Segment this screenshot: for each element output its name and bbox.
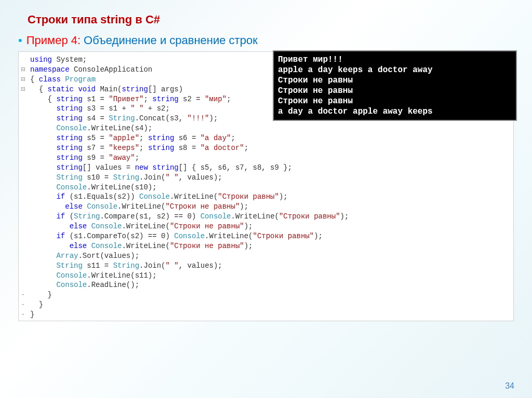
console-output: Привет мир!!! apple a day keeps a doctor… xyxy=(273,50,517,121)
example-label: Пример 4: xyxy=(26,34,81,47)
page-number: 34 xyxy=(505,381,514,391)
bullet-icon: • xyxy=(18,35,22,46)
example-description: Объединение и сравнение строк xyxy=(84,34,258,47)
slide-title: Строки типа string в C# xyxy=(28,13,514,26)
subtitle-row: • Пример 4: Объединение и сравнение стро… xyxy=(18,34,514,47)
